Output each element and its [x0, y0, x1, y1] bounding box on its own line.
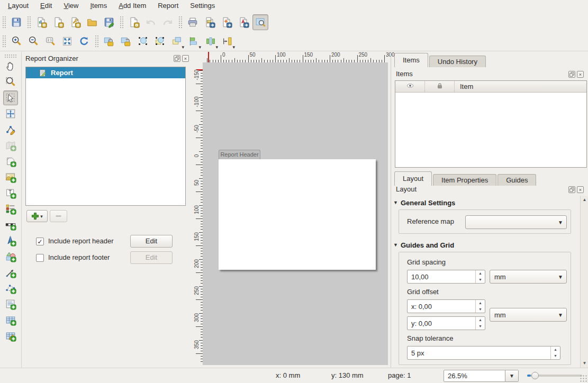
close-panel-icon[interactable]: ×: [577, 186, 584, 193]
move-item-content-button[interactable]: [3, 106, 18, 121]
menu-settings[interactable]: Settings: [184, 0, 221, 11]
refresh-icon: [78, 35, 90, 47]
grid-offset-unit-combobox[interactable]: mm▼: [490, 308, 567, 322]
include-report-header-checkbox[interactable]: ✓: [36, 238, 44, 245]
close-panel-icon[interactable]: ×: [577, 71, 584, 78]
select-move-item-button[interactable]: [3, 90, 18, 105]
guides-and-grid-header[interactable]: Guides and Grid: [401, 241, 454, 249]
vertical-scrollbar[interactable]: ▲ ▼: [580, 196, 588, 368]
zoom-level-combobox[interactable]: 26.5%▼: [444, 370, 519, 382]
include-report-footer-checkbox[interactable]: [36, 254, 44, 262]
tab-items[interactable]: Items: [394, 53, 428, 67]
select-move-item-icon: [5, 92, 16, 104]
grid-offset-label: Grid offset: [407, 288, 439, 296]
toolbar-drag-handle[interactable]: [2, 34, 6, 48]
lock-items-button[interactable]: [101, 33, 117, 49]
add-3d-map-button[interactable]: [3, 154, 18, 169]
menu-report[interactable]: Report: [152, 0, 184, 11]
scroll-up-icon[interactable]: ▲: [581, 196, 588, 204]
toolbar-drag-handle[interactable]: [119, 15, 124, 29]
zoom-in-button[interactable]: [8, 33, 24, 49]
toolbar-drag-handle[interactable]: [4, 53, 17, 58]
float-panel-icon[interactable]: [568, 71, 575, 78]
resize-items-button[interactable]: ▾: [220, 33, 236, 49]
report-tree-item[interactable]: Report: [26, 67, 185, 78]
add-map-button: [3, 138, 18, 153]
float-panel-icon[interactable]: [568, 186, 575, 193]
add-legend-button[interactable]: [3, 202, 18, 216]
new-layout-button[interactable]: [50, 14, 66, 30]
refresh-button[interactable]: [76, 33, 92, 49]
add-scalebar-button[interactable]: [3, 217, 18, 232]
items-table[interactable]: Item: [395, 80, 587, 168]
add-shape-button[interactable]: [3, 249, 18, 264]
add-picture-button[interactable]: [3, 170, 18, 185]
grid-spacing-unit-combobox[interactable]: mm▼: [490, 270, 567, 284]
add-report-section-button[interactable]: ▾: [26, 210, 48, 222]
edit-header-button[interactable]: Edit: [130, 235, 173, 248]
tab-guides[interactable]: Guides: [497, 174, 536, 186]
unlock-items-button[interactable]: [118, 33, 134, 49]
export-pdf-button[interactable]: [236, 14, 251, 30]
menu-items[interactable]: Items: [84, 0, 113, 11]
zoom-tool-button[interactable]: [3, 75, 18, 89]
tab-layout[interactable]: Layout: [394, 171, 432, 186]
save-as-template-button[interactable]: [101, 14, 117, 30]
export-image-button[interactable]: [202, 14, 218, 30]
zoom-combo-arrow-icon[interactable]: ▼: [505, 370, 518, 381]
duplicate-layout-button[interactable]: [33, 14, 49, 30]
toolbar-drag-handle[interactable]: [94, 34, 99, 48]
layout-properties-button[interactable]: [67, 14, 83, 30]
add-fixed-table-button[interactable]: [3, 329, 18, 343]
select-all-items-button[interactable]: [135, 33, 151, 49]
tab-item-properties[interactable]: Item Properties: [433, 174, 496, 186]
layout-canvas[interactable]: Report Header: [203, 62, 388, 365]
report-settings-button[interactable]: [252, 14, 268, 30]
float-panel-icon[interactable]: [174, 55, 180, 62]
reference-map-combobox[interactable]: ▼: [465, 215, 567, 229]
add-attribute-table-button[interactable]: [3, 313, 18, 327]
zoom-actual-button[interactable]: 1:1: [42, 33, 58, 49]
toolbar-drag-handle[interactable]: [178, 15, 183, 29]
snap-tolerance-spinbox[interactable]: 5 px ▲▼: [407, 346, 560, 360]
grid-offset-x-spinbox[interactable]: x: 0,00 ▲▼: [407, 299, 485, 313]
resize-grip[interactable]: [580, 375, 587, 382]
edit-nodes-button[interactable]: [3, 122, 18, 137]
zoom-slider[interactable]: [527, 375, 582, 377]
toolbar-drag-handle[interactable]: [26, 15, 31, 29]
pan-tool-button[interactable]: [3, 59, 18, 74]
open-layout-button[interactable]: [84, 14, 100, 30]
general-settings-header[interactable]: General Settings: [401, 199, 455, 207]
zoom-full-button[interactable]: [59, 33, 75, 49]
add-north-arrow-button[interactable]: [3, 233, 18, 248]
tab-undo-history[interactable]: Undo History: [429, 56, 486, 67]
save-project-button[interactable]: [8, 14, 24, 30]
toolbar-drag-handle[interactable]: [2, 15, 6, 29]
grid-offset-y-spinbox[interactable]: y: 0,00 ▲▼: [407, 316, 485, 330]
report-tree[interactable]: Report: [25, 67, 186, 206]
collapse-triangle-icon[interactable]: ▼: [393, 200, 398, 205]
menu-view[interactable]: View: [58, 0, 84, 11]
add-node-item-button[interactable]: [3, 281, 18, 296]
menu-edit[interactable]: Edit: [34, 0, 58, 11]
align-items-button[interactable]: ▾: [186, 33, 202, 49]
remove-report-section-button[interactable]: [50, 210, 67, 222]
raise-items-button[interactable]: ▾: [169, 33, 185, 49]
add-label-button[interactable]: T: [3, 186, 18, 200]
add-html-button[interactable]: [3, 297, 18, 312]
zoom-out-button[interactable]: [25, 33, 41, 49]
report-page[interactable]: [219, 159, 376, 270]
menu-layout[interactable]: Layout: [2, 0, 34, 11]
print-button[interactable]: [185, 14, 201, 30]
deselect-items-button[interactable]: [152, 33, 168, 49]
new-page-button[interactable]: [126, 14, 142, 30]
collapse-triangle-icon[interactable]: ▼: [393, 242, 398, 248]
distribute-items-button[interactable]: ▾: [203, 33, 219, 49]
export-svg-button[interactable]: [219, 14, 234, 30]
scroll-down-icon[interactable]: ▼: [581, 360, 588, 367]
grid-spacing-spinbox[interactable]: 10,00 ▲▼: [407, 270, 485, 284]
menu-add-item[interactable]: Add Item: [113, 0, 152, 11]
close-panel-icon[interactable]: ×: [182, 55, 189, 62]
add-arrow-button[interactable]: [3, 265, 18, 280]
zoom-slider-handle[interactable]: [531, 372, 539, 379]
